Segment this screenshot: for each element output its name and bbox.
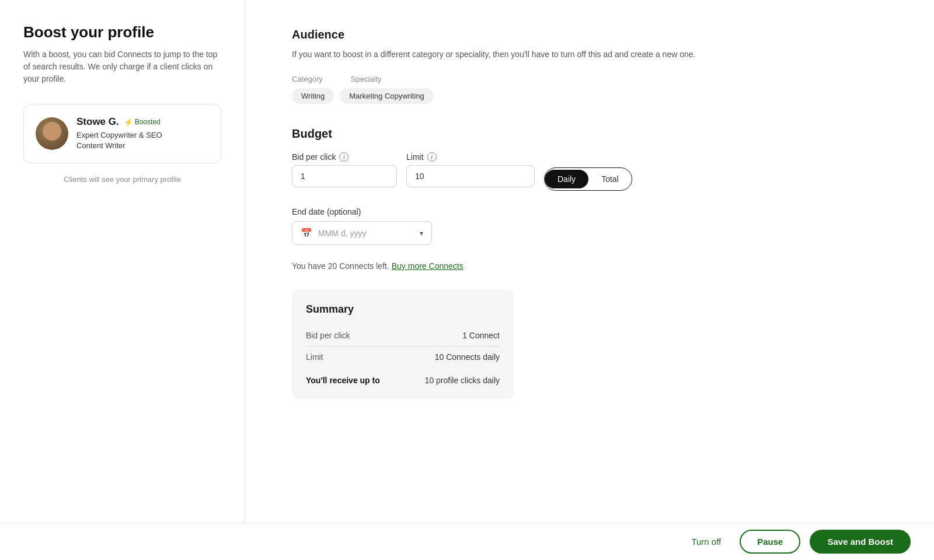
limit-help-icon[interactable]: i [427, 152, 437, 162]
profile-info: Stowe G. ⚡ Boosted Expert Copywriter & S… [76, 116, 162, 151]
budget-title: Budget [292, 127, 887, 141]
summary-limit-label: Limit [306, 352, 323, 362]
profile-role: Expert Copywriter & SEO Content Writer [76, 130, 162, 151]
audience-desc: If you want to boost in a different cate… [292, 48, 887, 61]
calendar-icon: 📅 [301, 228, 312, 239]
budget-section: Budget Bid per click i Limit i [292, 127, 887, 399]
boosted-label: Boosted [135, 118, 161, 126]
daily-button[interactable]: Daily [545, 170, 588, 188]
summary-bid-row: Bid per click 1 Connect [306, 325, 500, 346]
summary-limit-row: Limit 10 Connects daily [306, 346, 500, 368]
bid-input[interactable] [292, 165, 397, 187]
limit-label-row: Limit i [406, 152, 535, 162]
profile-name-row: Stowe G. ⚡ Boosted [76, 116, 162, 128]
pause-button[interactable]: Pause [740, 530, 800, 554]
buy-connects-link[interactable]: Buy more Connects [392, 261, 463, 271]
bid-per-click-group: Bid per click i [292, 152, 397, 187]
role-line2: Content Writer [76, 141, 126, 150]
audience-labels-row: Category Specialty [292, 75, 887, 83]
profile-name: Stowe G. [76, 116, 119, 128]
tags-row: Writing Marketing Copywriting [292, 88, 887, 104]
total-button[interactable]: Total [588, 170, 632, 188]
avatar-image [36, 117, 68, 150]
summary-bid-value: 1 Connect [462, 331, 500, 340]
limit-label: Limit [406, 152, 424, 162]
specialty-tag: Marketing Copywriting [340, 88, 434, 104]
bid-label-row: Bid per click i [292, 152, 397, 162]
specialty-label: Specialty [351, 75, 382, 83]
summary-total-value: 10 profile clicks daily [425, 376, 500, 385]
audience-title: Audience [292, 28, 887, 41]
summary-limit-value: 10 Connects daily [435, 352, 500, 362]
footer: Turn off Pause Save and Boost [0, 523, 934, 560]
end-date-section: End date (optional) 📅 MMM d, yyyy ▾ [292, 207, 887, 245]
bolt-icon: ⚡ [124, 118, 133, 127]
summary-title: Summary [306, 303, 500, 316]
role-line1: Expert Copywriter & SEO [76, 131, 162, 139]
save-boost-button[interactable]: Save and Boost [810, 530, 911, 554]
page-subtitle: With a boost, you can bid Connects to ju… [23, 48, 221, 85]
profile-note: Clients will see your primary profile [23, 175, 221, 184]
limit-input[interactable] [406, 165, 535, 187]
daily-total-toggle: Daily Total [544, 167, 632, 191]
category-tag: Writing [292, 88, 334, 104]
summary-bid-label: Bid per click [306, 331, 350, 340]
limit-group: Limit i [406, 152, 535, 187]
connects-text: You have 20 Connects left. [292, 261, 389, 271]
avatar [36, 117, 68, 150]
connects-info: You have 20 Connects left. Buy more Conn… [292, 261, 887, 271]
audience-section: Audience If you want to boost in a diffe… [292, 28, 887, 104]
left-panel: Boost your profile With a boost, you can… [0, 0, 245, 523]
boosted-badge: ⚡ Boosted [124, 118, 161, 127]
date-picker[interactable]: 📅 MMM d, yyyy ▾ [292, 221, 432, 245]
bid-label: Bid per click [292, 152, 336, 162]
summary-total-row: You'll receive up to 10 profile clicks d… [306, 368, 500, 385]
budget-inputs-row: Bid per click i Limit i Daily Tot [292, 152, 887, 191]
end-date-label: End date (optional) [292, 207, 887, 216]
page-title: Boost your profile [23, 23, 221, 41]
right-panel: Audience If you want to boost in a diffe… [245, 0, 934, 523]
category-label: Category [292, 75, 323, 83]
summary-total-label: You'll receive up to [306, 376, 380, 385]
summary-box: Summary Bid per click 1 Connect Limit 10… [292, 289, 514, 399]
bid-help-icon[interactable]: i [339, 152, 348, 162]
turn-off-button[interactable]: Turn off [682, 531, 730, 552]
date-placeholder: MMM d, yyyy [318, 229, 414, 238]
profile-card: Stowe G. ⚡ Boosted Expert Copywriter & S… [23, 104, 221, 163]
chevron-down-icon: ▾ [420, 229, 423, 237]
